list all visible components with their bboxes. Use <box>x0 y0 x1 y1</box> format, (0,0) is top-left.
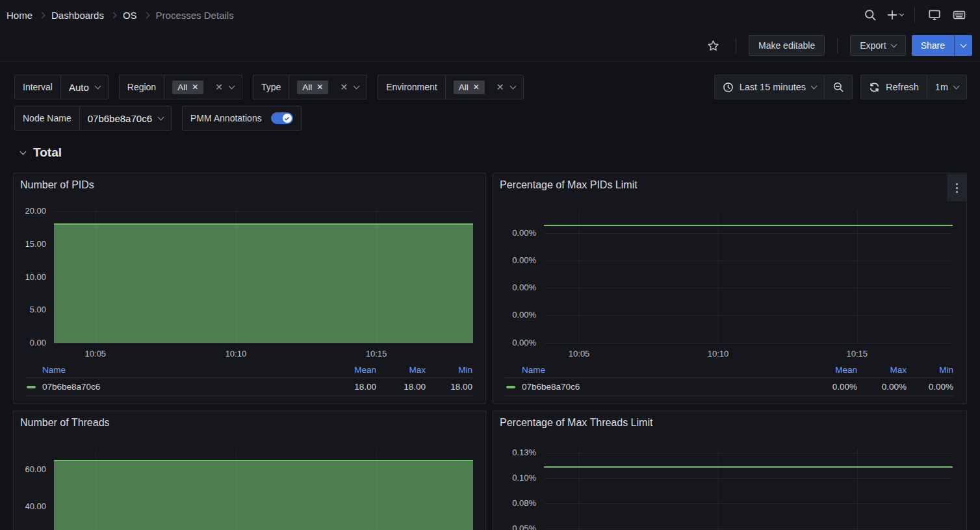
chart-percentage-max-pids-limit[interactable]: 0.00%0.00%0.00%0.00%0.00%10:0510:1010:15… <box>493 173 966 403</box>
series-swatch-icon <box>27 386 36 388</box>
y-axis-tick-label: 0.08% <box>493 498 536 509</box>
chevron-down-icon <box>20 148 27 155</box>
breadcrumb-os[interactable]: OS <box>123 10 137 21</box>
x-axis-tick-label: 10:15 <box>355 349 397 359</box>
y-axis-tick-label: 0.00 <box>14 338 46 348</box>
panel-percentage-max-pids-limit: Percentage of Max PIDs Limit 0.00%0.00%0… <box>493 173 967 404</box>
legend-series-label: 07b6be8a70c6 <box>522 382 580 392</box>
chip-label: All <box>302 82 312 92</box>
gridline-vertical <box>857 449 858 530</box>
breadcrumb-home[interactable]: Home <box>6 10 32 21</box>
gridline-vertical <box>96 449 96 530</box>
chevron-down-icon[interactable] <box>354 82 360 89</box>
gridline-vertical <box>857 211 858 343</box>
top-nav-actions <box>860 5 970 25</box>
time-range-picker[interactable]: Last 15 minutes <box>715 75 824 99</box>
pmm-annotations-toggle[interactable] <box>271 112 293 124</box>
panel-menu-button[interactable] <box>947 174 966 201</box>
x-axis-tick-label: 10:05 <box>75 349 116 359</box>
interval-filter: Interval Auto <box>14 75 109 99</box>
legend-series-name[interactable]: 07b6be8a70c6 <box>25 382 327 392</box>
keyboard-icon[interactable] <box>949 5 970 25</box>
y-axis-tick-label: 5.00 <box>14 305 46 315</box>
zoom-out-button[interactable] <box>824 75 852 99</box>
divider <box>736 38 736 53</box>
gridline-horizontal <box>544 233 953 234</box>
series-swatch-icon <box>506 386 515 388</box>
interval-select[interactable]: Auto <box>61 75 108 99</box>
x-axis-tick-label: 10:10 <box>697 349 739 359</box>
legend-header-min[interactable]: Min <box>426 365 472 375</box>
chart-number-of-pids[interactable]: 20.0015.0010.005.000.0010:0510:1010:15Na… <box>14 173 485 403</box>
clear-selection-icon[interactable]: ✕ <box>215 82 223 92</box>
chevron-right-icon <box>39 12 45 18</box>
node-name-select[interactable]: 07b6be8a70c6 <box>80 107 171 130</box>
add-button[interactable] <box>884 5 905 25</box>
y-axis-tick-label: 0.00% <box>493 228 536 238</box>
legend-series-name[interactable]: 07b6be8a70c6 <box>505 382 808 392</box>
legend-header-max[interactable]: Max <box>376 365 426 375</box>
refresh-icon <box>869 82 880 93</box>
pmm-annotations-label: PMM Annotations <box>183 107 270 130</box>
legend-header-min[interactable]: Min <box>907 365 953 375</box>
refresh-interval-value: 1m <box>935 82 948 92</box>
x-axis-tick-label: 10:05 <box>558 349 600 359</box>
chevron-down-icon[interactable] <box>509 82 516 89</box>
pmm-annotations-control: PMM Annotations <box>182 106 302 131</box>
legend-value-min: 18.00 <box>426 382 472 392</box>
dashboard-action-bar: Make editable Export Share <box>0 30 980 62</box>
divider <box>914 7 915 23</box>
share-button[interactable]: Share <box>912 35 954 56</box>
y-axis-tick-label: 0.00% <box>493 310 536 320</box>
legend-header-mean[interactable]: Mean <box>808 365 857 375</box>
chevron-down-icon[interactable] <box>229 82 235 89</box>
type-chip-all[interactable]: All ✕ <box>297 81 328 94</box>
breadcrumb: Home Dashboards OS Processes Details <box>6 10 234 21</box>
region-chip-all[interactable]: All ✕ <box>172 81 203 94</box>
chevron-right-icon <box>143 12 149 18</box>
search-icon[interactable] <box>860 5 881 25</box>
chart-number-of-threads[interactable]: 60.0040.00 <box>14 411 485 530</box>
gridline-vertical <box>236 449 237 530</box>
clear-selection-icon[interactable]: ✕ <box>340 82 348 92</box>
refresh-interval-select[interactable]: 1m <box>927 75 966 99</box>
chevron-down-icon <box>890 41 897 47</box>
legend-value-mean: 0.00% <box>808 382 857 392</box>
environment-chip-all[interactable]: All ✕ <box>454 81 485 94</box>
clear-selection-icon[interactable]: ✕ <box>496 82 504 92</box>
refresh-button[interactable]: Refresh <box>861 75 927 99</box>
gridline-horizontal <box>54 343 473 344</box>
type-label: Type <box>253 75 289 99</box>
breadcrumb-dashboards[interactable]: Dashboards <box>51 10 104 21</box>
legend-header-max[interactable]: Max <box>857 365 907 375</box>
variables-row-2: Node Name 07b6be8a70c6 PMM Annotations <box>14 106 302 131</box>
legend-header-name[interactable]: Name <box>505 365 808 375</box>
gridline-vertical <box>718 211 719 343</box>
time-picker-group: Last 15 minutes <box>714 75 853 99</box>
close-icon[interactable]: ✕ <box>192 83 198 91</box>
share-menu-button[interactable] <box>954 35 972 56</box>
legend-header-mean[interactable]: Mean <box>327 365 376 375</box>
legend-header-name[interactable]: Name <box>25 365 327 375</box>
close-icon[interactable]: ✕ <box>473 83 480 91</box>
star-icon[interactable] <box>703 35 723 56</box>
clock-icon <box>723 82 734 93</box>
y-axis-tick-label: 0.00% <box>493 338 536 348</box>
y-axis-tick-label: 40.00 <box>14 501 46 512</box>
y-axis-tick-label: 20.00 <box>14 206 46 216</box>
interval-value: Auto <box>69 82 89 93</box>
zoom-out-icon <box>832 81 844 93</box>
make-editable-button[interactable]: Make editable <box>749 35 825 56</box>
export-button[interactable]: Export <box>850 35 905 56</box>
gridline-vertical <box>718 449 719 530</box>
series-line <box>54 460 473 461</box>
y-axis-tick-label: 0.00% <box>493 283 536 293</box>
close-icon[interactable]: ✕ <box>316 83 323 91</box>
chart-percentage-max-threads-limit[interactable]: 0.13%0.10%0.08%0.05% <box>493 411 966 530</box>
monitor-icon[interactable] <box>924 5 945 25</box>
y-axis-tick-label: 15.00 <box>14 239 46 249</box>
breadcrumb-current: Processes Details <box>156 10 234 21</box>
gridline-horizontal <box>544 453 953 453</box>
environment-filter: Environment All ✕ ✕ <box>378 75 523 99</box>
section-header-total[interactable]: Total <box>21 145 62 160</box>
